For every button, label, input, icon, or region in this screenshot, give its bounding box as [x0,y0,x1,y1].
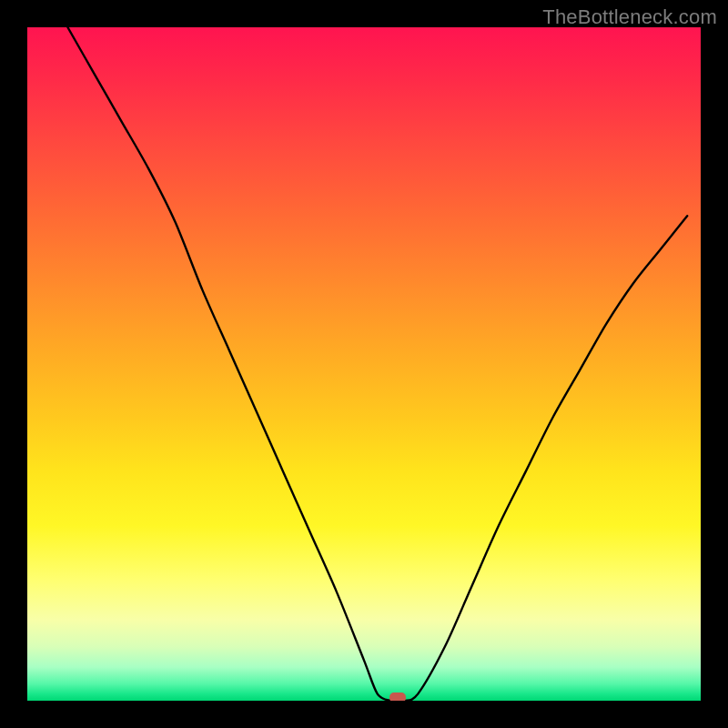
watermark-text: TheBottleneck.com [542,5,717,29]
plot-area [27,27,701,701]
bottleneck-curve-path [67,27,687,701]
curve-layer [27,27,701,701]
chart-frame: TheBottleneck.com [0,0,728,728]
minimum-marker [389,693,406,701]
